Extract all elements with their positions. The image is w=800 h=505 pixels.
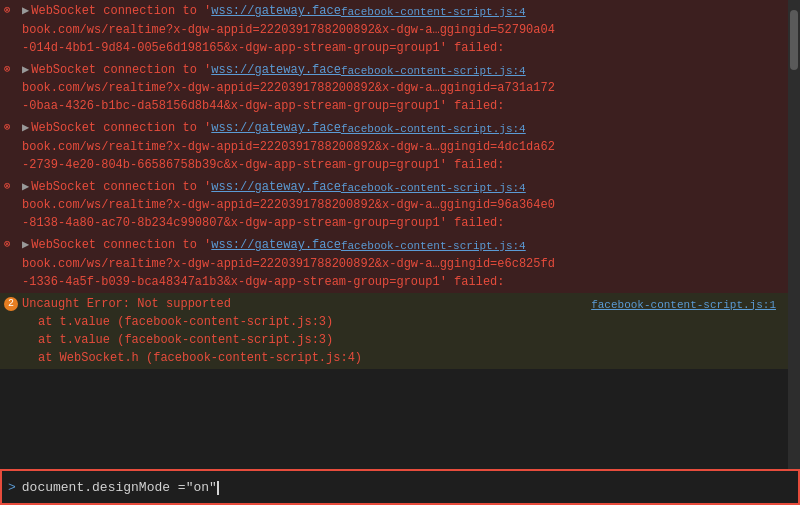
scrollbar-track[interactable] xyxy=(788,0,800,469)
uncaught-content: Uncaught Error: Not supported facebook-c… xyxy=(18,294,788,369)
log-entry-3: ⊗ ▶WebSocket connection to 'wss://gatewa… xyxy=(0,117,788,176)
ws-link-2[interactable]: wss://gateway.face xyxy=(211,63,341,77)
error-text-4: ▶WebSocket connection to 'wss://gateway.… xyxy=(22,178,341,196)
error-detail-4b: -8138-4a80-ac70-8b234c990807&x-dgw-app-s… xyxy=(22,214,784,232)
log-source-4[interactable]: facebook-content-script.js:4 xyxy=(341,178,534,197)
log-list: ⊗ ▶WebSocket connection to 'wss://gatewa… xyxy=(0,0,788,469)
log-content-5: ▶WebSocket connection to 'wss://gateway.… xyxy=(18,235,788,292)
error-icon-5: ⊗ xyxy=(0,235,18,250)
error-detail-5a: book.com/ws/realtime?x-dgw-appid=2220391… xyxy=(22,255,784,273)
error-badge: 2 xyxy=(4,297,18,311)
error-detail-3b: -2739-4e20-804b-66586758b39c&x-dgw-app-s… xyxy=(22,156,784,174)
error-text-5: ▶WebSocket connection to 'wss://gateway.… xyxy=(22,236,341,254)
uncaught-error-entry: 2 Uncaught Error: Not supported facebook… xyxy=(0,293,788,370)
error-text-2: ▶WebSocket connection to 'wss://gateway.… xyxy=(22,61,341,79)
cursor xyxy=(217,481,219,495)
error-detail-5b: -1336-4a5f-b039-bca48347a1b3&x-dgw-app-s… xyxy=(22,273,784,291)
stack-line-1: at t.value (facebook-content-script.js:3… xyxy=(22,313,784,331)
log-entry-5: ⊗ ▶WebSocket connection to 'wss://gatewa… xyxy=(0,234,788,293)
log-content-2: ▶WebSocket connection to 'wss://gateway.… xyxy=(18,60,788,117)
error-icon-3: ⊗ xyxy=(0,118,18,133)
log-content-3: ▶WebSocket connection to 'wss://gateway.… xyxy=(18,118,788,175)
log-entry-1: ⊗ ▶WebSocket connection to 'wss://gatewa… xyxy=(0,0,788,59)
error-icon-2: ⊗ xyxy=(0,60,18,75)
error-text-1: ▶WebSocket connection to 'wss://gateway.… xyxy=(22,2,341,20)
console-input-area[interactable]: > document.designMode ="on" xyxy=(0,469,800,505)
error-detail-2a: book.com/ws/realtime?x-dgw-appid=2220391… xyxy=(22,79,784,97)
console-input-text[interactable]: document.designMode ="on" xyxy=(22,480,792,495)
log-content-1: ▶WebSocket connection to 'wss://gateway.… xyxy=(18,1,788,58)
console-main: ⊗ ▶WebSocket connection to 'wss://gatewa… xyxy=(0,0,800,469)
log-content-4: ▶WebSocket connection to 'wss://gateway.… xyxy=(18,177,788,234)
log-source-1[interactable]: facebook-content-script.js:4 xyxy=(341,2,534,21)
stack-line-2: at t.value (facebook-content-script.js:3… xyxy=(22,331,784,349)
error-icon-1: ⊗ xyxy=(0,1,18,16)
error-text-3: ▶WebSocket connection to 'wss://gateway.… xyxy=(22,119,341,137)
uncaught-source[interactable]: facebook-content-script.js:1 xyxy=(591,295,784,314)
error-detail-2b: -0baa-4326-b1bc-da58156d8b44&x-dgw-app-s… xyxy=(22,97,784,115)
uncaught-message: Uncaught Error: Not supported xyxy=(22,295,231,313)
log-entry-4: ⊗ ▶WebSocket connection to 'wss://gatewa… xyxy=(0,176,788,235)
console-prompt: > xyxy=(8,480,16,495)
log-source-3[interactable]: facebook-content-script.js:4 xyxy=(341,119,534,138)
error-detail-4a: book.com/ws/realtime?x-dgw-appid=2220391… xyxy=(22,196,784,214)
triangle-4[interactable]: ▶ xyxy=(22,178,29,196)
log-source-2[interactable]: facebook-content-script.js:4 xyxy=(341,61,534,80)
triangle-2[interactable]: ▶ xyxy=(22,61,29,79)
ws-link-5[interactable]: wss://gateway.face xyxy=(211,238,341,252)
console-input-value: document.designMode ="on" xyxy=(22,480,217,495)
triangle-1[interactable]: ▶ xyxy=(22,2,29,20)
ws-link-4[interactable]: wss://gateway.face xyxy=(211,180,341,194)
stack-line-3: at WebSocket.h (facebook-content-script.… xyxy=(22,349,784,367)
log-entry-2: ⊗ ▶WebSocket connection to 'wss://gatewa… xyxy=(0,59,788,118)
log-source-5[interactable]: facebook-content-script.js:4 xyxy=(341,236,534,255)
scrollbar-thumb[interactable] xyxy=(790,10,798,70)
triangle-3[interactable]: ▶ xyxy=(22,119,29,137)
error-icon-4: ⊗ xyxy=(0,177,18,192)
error-detail-1a: book.com/ws/realtime?x-dgw-appid=2220391… xyxy=(22,21,784,39)
ws-link-3[interactable]: wss://gateway.face xyxy=(211,121,341,135)
error-detail-3a: book.com/ws/realtime?x-dgw-appid=2220391… xyxy=(22,138,784,156)
ws-link-1[interactable]: wss://gateway.face xyxy=(211,4,341,18)
triangle-5[interactable]: ▶ xyxy=(22,236,29,254)
error-detail-1b: -014d-4bb1-9d84-005e6d198165&x-dgw-app-s… xyxy=(22,39,784,57)
